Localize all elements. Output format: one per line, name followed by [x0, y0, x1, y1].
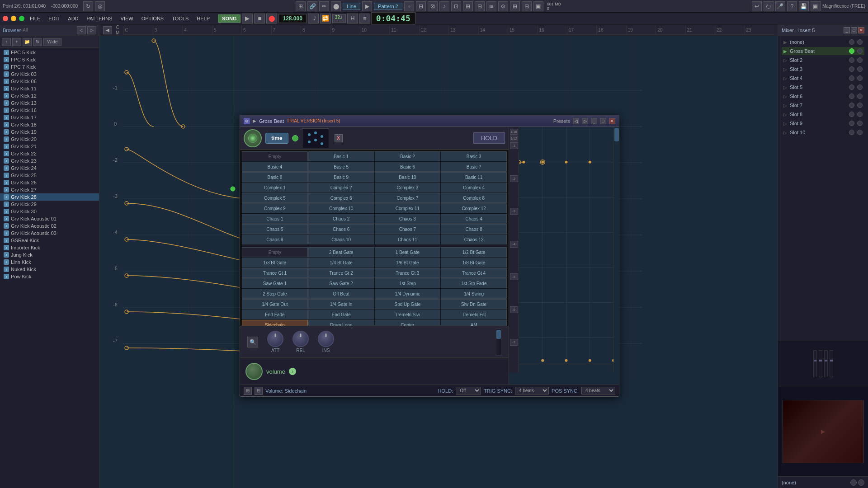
gate-trance2[interactable]: Trance Gt 2	[308, 268, 374, 278]
gb-att-knob[interactable]	[267, 331, 283, 347]
gate-trance4[interactable]: Trance Gt 4	[441, 268, 507, 278]
mixer-slot3-btn1[interactable]	[849, 66, 854, 72]
gb-hold-btn[interactable]: HOLD	[473, 132, 505, 144]
browser-item-0[interactable]: ♪FPC 5 Kick	[0, 49, 99, 56]
mixer-maximize[interactable]: □	[851, 27, 857, 33]
gb-volume-icon[interactable]: ♪	[289, 368, 296, 375]
browser-item-27[interactable]: ♪Importer Kick	[0, 244, 99, 251]
browser-item-4[interactable]: ♪Grv Kick 06	[0, 78, 99, 85]
browser-back[interactable]: ↑	[2, 38, 11, 46]
preset-chaos11[interactable]: Chaos 11	[375, 235, 441, 244]
gate-copter[interactable]: Copter	[375, 320, 441, 326]
loop-icon[interactable]: 🔁	[320, 14, 331, 23]
gate-third[interactable]: 1/3 Bt Gate	[242, 258, 308, 267]
gb-side-neg7[interactable]: -7	[510, 339, 518, 346]
gate-slowdown[interactable]: Slw Dn Gate	[441, 299, 507, 309]
browser-item-11[interactable]: ♪Grv Kick 19	[0, 128, 99, 136]
preset-complex5[interactable]: Complex 5	[242, 193, 308, 203]
mixer-slot2[interactable]: ▷ Slot 2	[782, 56, 864, 64]
browser-item-6[interactable]: ♪Grv Kick 12	[0, 92, 99, 99]
menu-view[interactable]: VIEW	[117, 15, 137, 22]
pitch-knob[interactable]: ◎	[95, 1, 105, 11]
line-selector[interactable]: Line	[343, 3, 360, 10]
preset-chaos3[interactable]: Chaos 3	[375, 214, 441, 224]
mixer-slot9-btn2[interactable]	[857, 121, 863, 126]
preset-basic10[interactable]: Basic 10	[375, 172, 441, 182]
snap-icon[interactable]: ⊞	[296, 1, 306, 11]
gb-titlebar[interactable]: ⚙ ▶ Gross Beat TRIAL VERSION (Insert 5) …	[240, 115, 619, 127]
gb-prev-preset[interactable]: ◁	[573, 118, 579, 124]
mixer-slot3-btn2[interactable]	[857, 66, 863, 72]
browser-item-13[interactable]: ♪Grv Kick 21	[0, 143, 99, 150]
play-button[interactable]: ▶	[242, 14, 253, 23]
gb-next-preset[interactable]: ▷	[582, 118, 588, 124]
preset-complex9[interactable]: Complex 9	[242, 203, 308, 213]
browser-item-16[interactable]: ♪Grv Kick 24	[0, 164, 99, 172]
step-seq-icon[interactable]: ≡	[359, 14, 370, 23]
mixer-close[interactable]: ✕	[858, 27, 864, 33]
preset-complex8[interactable]: Complex 8	[441, 193, 507, 203]
menu-edit[interactable]: EDIT	[45, 15, 63, 22]
mixer-slot10[interactable]: ▷ Slot 10	[782, 128, 864, 136]
gate-offbeat[interactable]: Off Beat	[308, 289, 374, 299]
mixer-slot6-btn2[interactable]	[857, 94, 863, 99]
gate-sidechain[interactable]: Sidechain	[242, 320, 308, 326]
menu-options[interactable]: OPTIONS	[138, 15, 168, 22]
preset-chaos4[interactable]: Chaos 4	[441, 214, 507, 224]
mixer-slot8-btn2[interactable]	[857, 112, 863, 117]
gb-side-neg5[interactable]: -5	[510, 273, 518, 280]
gate-tremslw[interactable]: Tremelo Slw	[375, 310, 441, 319]
browser-item-14[interactable]: ♪Grv Kick 22	[0, 150, 99, 157]
browser-folder[interactable]: 📁	[23, 38, 32, 46]
preset-chaos10[interactable]: Chaos 10	[308, 235, 374, 244]
gb-side-neg3[interactable]: -3	[510, 208, 518, 215]
mixer-slot9-btn1[interactable]	[849, 121, 854, 126]
mic-icon[interactable]: 🎤	[775, 1, 785, 11]
mixer-slot4[interactable]: ▷ Slot 4	[782, 74, 864, 82]
mixer-slot7-btn2[interactable]	[857, 103, 863, 108]
gb-pos-sync-dropdown[interactable]: 4 beats	[581, 387, 615, 394]
browser-item-18[interactable]: ♪Grv Kick 26	[0, 179, 99, 186]
export-icon[interactable]: ▣	[811, 1, 821, 11]
gate-speedup[interactable]: Spd Up Gate	[375, 299, 441, 309]
mixer-fader1[interactable]	[813, 350, 817, 377]
gb-hold-dropdown[interactable]: Off	[456, 387, 481, 394]
punch-icon[interactable]: H	[347, 14, 358, 23]
song-button[interactable]: SONG	[218, 14, 241, 23]
browser-item-15[interactable]: ♪Grv Kick 23	[0, 157, 99, 164]
preset-chaos9[interactable]: Chaos 9	[242, 235, 308, 244]
gate-drumloop[interactable]: Drum Loop	[308, 320, 374, 326]
browser-nav-right[interactable]: ▷	[87, 26, 96, 34]
browser-item-9[interactable]: ♪Grv Kick 17	[0, 114, 99, 121]
midi-icon[interactable]: ♪	[439, 1, 449, 11]
preset-complex2[interactable]: Complex 2	[308, 183, 374, 192]
cpu-icon[interactable]: ▣	[533, 1, 543, 11]
preset-basic5[interactable]: Basic 5	[308, 162, 374, 172]
menu-add[interactable]: ADD	[64, 15, 82, 22]
preset-complex1[interactable]: Complex 1	[242, 183, 308, 192]
preset-complex12[interactable]: Complex 12	[441, 203, 507, 213]
menu-tools[interactable]: TOOLS	[168, 15, 192, 22]
gb-status-icon2[interactable]: ⊟	[255, 387, 263, 395]
browser-item-25[interactable]: ♪Grv Kick Acoustic 03	[0, 230, 99, 237]
browser-add[interactable]: +	[12, 38, 21, 46]
browser-item-3[interactable]: ♪Grv Kick 03	[0, 70, 99, 78]
drum-icon[interactable]: ⊙	[498, 1, 508, 11]
gate-2beat[interactable]: 2 Beat Gate	[308, 247, 374, 257]
preset-chaos2[interactable]: Chaos 2	[308, 214, 374, 224]
save-icon[interactable]: 💾	[799, 1, 809, 11]
gate-2step[interactable]: 2 Step Gate	[242, 289, 308, 299]
preset-basic2[interactable]: Basic 2	[375, 151, 441, 161]
spectrum-icon[interactable]: ≋	[486, 1, 496, 11]
preset-basic8[interactable]: Basic 8	[242, 172, 308, 182]
mixer-bottom-btn1[interactable]	[850, 479, 857, 486]
help-icon[interactable]: ?	[787, 1, 797, 11]
mixer-fader4[interactable]	[830, 350, 833, 377]
menu-file[interactable]: FILE	[26, 15, 44, 22]
undo-icon[interactable]: ↩	[752, 1, 762, 11]
gb-side-neg4[interactable]: -4	[510, 241, 518, 248]
gb-rel-knob[interactable]	[292, 331, 309, 347]
gb-ins-knob[interactable]	[318, 331, 334, 347]
mixer-slot5-btn1[interactable]	[849, 84, 854, 90]
gb-zoom-icon[interactable]: 🔍	[247, 337, 258, 347]
